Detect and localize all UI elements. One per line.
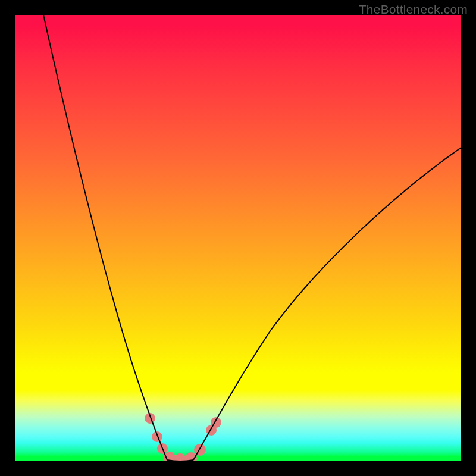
bump-icon bbox=[152, 431, 162, 442]
bump-icon bbox=[194, 444, 206, 456]
plot-area bbox=[15, 15, 461, 461]
bump-cluster bbox=[145, 413, 221, 461]
bump-icon bbox=[174, 453, 186, 461]
left-curve bbox=[43, 15, 167, 460]
chart-stage: TheBottleneck.com bbox=[0, 0, 476, 476]
curve-layer bbox=[15, 15, 461, 461]
right-curve bbox=[193, 148, 461, 460]
